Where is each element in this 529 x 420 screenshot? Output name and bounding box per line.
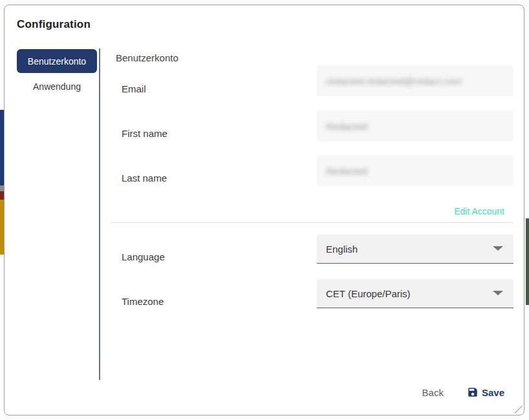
language-label: Language: [122, 251, 165, 262]
tab-anwendung-label: Anwendung: [33, 81, 81, 92]
save-button[interactable]: Save: [467, 386, 504, 398]
last-name-label: Last name: [122, 173, 167, 184]
email-field[interactable]: redacted.redacted@redact.com: [317, 65, 513, 96]
back-button[interactable]: Back: [422, 387, 444, 398]
email-label: Email: [122, 83, 146, 94]
timezone-select-value: CET (Europe/Paris): [326, 288, 411, 299]
page-background: Configuration Benutzerkonto Anwendung Be…: [0, 0, 529, 420]
timezone-select[interactable]: CET (Europe/Paris): [317, 279, 513, 308]
save-button-label: Save: [482, 387, 504, 398]
tab-benutzerkonto[interactable]: Benutzerkonto: [17, 49, 97, 73]
edit-account-link[interactable]: Edit Account: [454, 206, 504, 216]
timezone-label: Timezone: [122, 296, 164, 307]
background-strip: [526, 218, 529, 305]
save-icon: [467, 386, 479, 398]
tab-anwendung[interactable]: Anwendung: [17, 74, 97, 98]
configuration-dialog: Configuration Benutzerkonto Anwendung Be…: [4, 5, 524, 415]
tab-benutzerkonto-label: Benutzerkonto: [28, 56, 86, 67]
content-divider: [111, 222, 513, 223]
sidebar-divider: [99, 48, 100, 380]
resize-handle-icon[interactable]: [515, 406, 523, 414]
first-name-label: First name: [122, 128, 167, 139]
language-select-value: English: [326, 244, 358, 255]
last-name-field[interactable]: Redacted: [317, 155, 513, 186]
dialog-footer: Back Save: [422, 386, 504, 398]
chevron-down-icon: [493, 291, 503, 295]
first-name-field[interactable]: Redacted: [317, 110, 513, 142]
dialog-title: Configuration: [17, 18, 91, 31]
first-name-value-redacted: Redacted: [326, 121, 367, 132]
email-value-redacted: redacted.redacted@redact.com: [326, 76, 462, 87]
last-name-value-redacted: Redacted: [326, 165, 367, 176]
language-select[interactable]: English: [317, 235, 513, 264]
section-heading: Benutzerkonto: [116, 52, 178, 63]
chevron-down-icon: [493, 246, 503, 251]
